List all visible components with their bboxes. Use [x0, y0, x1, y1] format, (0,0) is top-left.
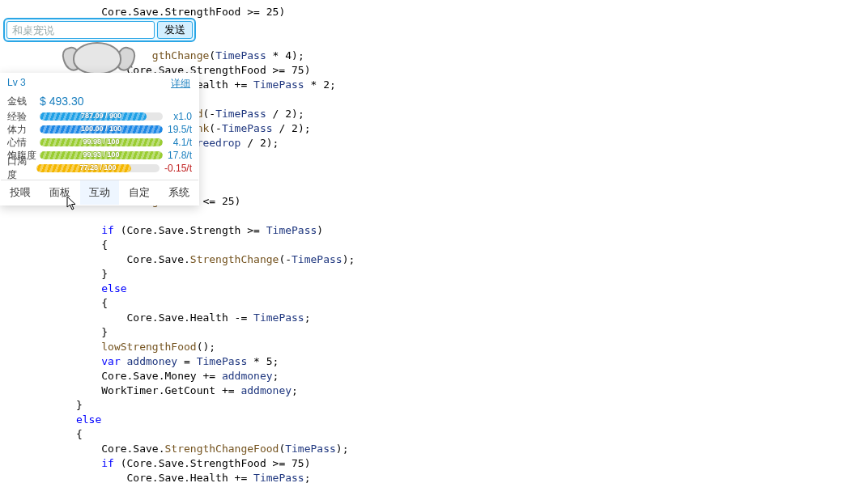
money-label: 金钱 [7, 95, 40, 108]
stat-rate: 4.1/t [173, 137, 192, 148]
stat-rate: x1.0 [173, 111, 192, 122]
chat-input[interactable] [6, 21, 155, 39]
stat-label: 心情 [7, 136, 40, 150]
stat-row: 经验787.09 / 900x1.0 [1, 110, 198, 123]
chat-send-button[interactable]: 发送 [157, 21, 193, 39]
stat-bar: 99.93 / 100 [40, 151, 163, 159]
tab-系统[interactable]: 系统 [159, 180, 198, 205]
tab-面板[interactable]: 面板 [40, 180, 80, 205]
stat-label: 口渴度 [7, 155, 36, 182]
stat-bar-text: 99.93 / 100 [40, 151, 163, 159]
stat-rate: 19.5/t [168, 124, 192, 135]
stat-bar: 99.98 / 100 [40, 138, 163, 146]
stat-rate: 17.8/t [168, 150, 192, 161]
stat-rate: -0.15/t [164, 163, 192, 174]
stat-bar: 100.00 / 100 [40, 125, 163, 133]
tab-投喂[interactable]: 投喂 [1, 180, 40, 205]
stat-row: 体力100.00 / 10019.5/t [1, 123, 198, 136]
stat-row: 口渴度77.28 / 100-0.15/t [1, 162, 198, 175]
stat-label: 体力 [7, 123, 40, 137]
money-row: 金钱 $ 493.30 [1, 92, 198, 110]
stat-bar-text: 100.00 / 100 [40, 125, 163, 133]
stat-bar: 787.09 / 900 [40, 112, 163, 121]
panel-tabs: 投喂面板互动自定系统 [1, 180, 198, 205]
money-value: $ 493.30 [40, 95, 88, 108]
stat-row: 心情99.98 / 1004.1/t [1, 136, 198, 149]
stat-bar-text: 787.09 / 900 [40, 112, 163, 120]
chat-bar: 发送 [3, 18, 196, 42]
stat-bar-text: 77.28 / 100 [36, 164, 160, 172]
tab-自定[interactable]: 自定 [119, 180, 159, 205]
stat-bar: 77.28 / 100 [36, 164, 160, 172]
tab-互动[interactable]: 互动 [80, 180, 120, 205]
stat-bar-text: 99.98 / 100 [40, 138, 163, 146]
stats-panel: Lv 3 详细 金钱 $ 493.30 经验787.09 / 900x1.0体力… [0, 73, 199, 205]
detail-link[interactable]: 详细 [171, 77, 190, 91]
stat-label: 经验 [7, 110, 40, 124]
pet-level: Lv 3 [7, 77, 26, 91]
